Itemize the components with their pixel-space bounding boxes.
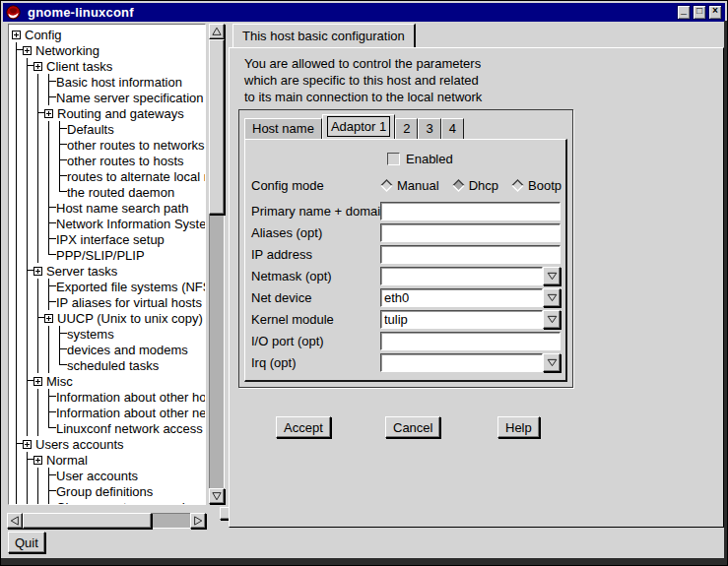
tree-item-exported-file-systems-nfs[interactable]: Exported file systems (NFS) (11, 279, 205, 294)
tree-item-ip-aliases-for-virtual-hosts[interactable]: IP aliases for virtual hosts (11, 294, 205, 310)
tab-host-name[interactable]: Host name (244, 118, 322, 139)
tree-item-label[interactable]: other routes to networks (67, 138, 204, 153)
tree-item-label[interactable]: Networking (35, 43, 99, 58)
tree-item-basic-host-information[interactable]: Basic host information (11, 74, 205, 90)
i-o-port-opt-input[interactable] (380, 332, 561, 350)
net-device-input[interactable] (380, 288, 543, 307)
tree-item-label[interactable]: Defaults (67, 122, 114, 137)
tree-horizontal-scrollbar[interactable] (7, 513, 206, 529)
kernel-module-input[interactable] (380, 310, 543, 329)
tree-item-label[interactable]: systems (67, 327, 114, 342)
tree-item-routes-to-alternate-local-ne[interactable]: routes to alternate local ne (11, 168, 205, 184)
tree-item-label[interactable]: scheduled tasks (67, 358, 159, 373)
tree-item-group-definitions[interactable]: Group definitions (11, 483, 205, 499)
tree-item-label[interactable]: Network Information System (56, 217, 206, 231)
expander-plus-icon[interactable] (23, 46, 32, 55)
tab-3[interactable]: 3 (418, 118, 440, 139)
combo-arrow-button[interactable] (543, 267, 561, 285)
tree-item-systems[interactable]: systems (11, 326, 205, 342)
tree-item-label[interactable]: Information about other host (56, 390, 206, 405)
enabled-checkbox[interactable] (387, 153, 400, 165)
tree-item-label[interactable]: UUCP (Unix to unix copy) (57, 311, 203, 326)
tree-item-linuxconf-network-access[interactable]: Linuxconf network access (11, 420, 205, 436)
tree-item-routing-and-gateways[interactable]: Routing and gateways (11, 105, 205, 121)
tree-item-networking[interactable]: Networking (11, 42, 205, 58)
tree-item-label[interactable]: other routes to hosts (67, 154, 184, 168)
tree-item-ipx-interface-setup[interactable]: IPX interface setup (11, 231, 205, 247)
accept-button[interactable]: Accept (276, 416, 331, 438)
cancel-button[interactable]: Cancel (385, 416, 440, 438)
tree-item-label[interactable]: Users accounts (35, 437, 124, 452)
vscroll-thumb[interactable] (209, 39, 225, 215)
scroll-up-button[interactable] (209, 24, 225, 39)
combo-arrow-button[interactable] (543, 353, 561, 372)
tree-item-scheduled-tasks[interactable]: scheduled tasks (11, 357, 205, 373)
expander-plus-icon[interactable] (33, 62, 42, 71)
combo-arrow-button[interactable] (543, 288, 561, 307)
aliases-opt-input[interactable] (380, 223, 561, 242)
tree-view[interactable]: ConfigNetworkingClient tasksBasic host i… (8, 24, 206, 505)
tree-item-uucp-unix-to-unix-copy[interactable]: UUCP (Unix to unix copy) (11, 310, 205, 326)
quit-button[interactable]: Quit (8, 532, 45, 553)
tree-item-label[interactable]: Group definitions (56, 484, 153, 499)
tree-item-label[interactable]: Exported file systems (NFS) (56, 280, 206, 294)
tree-item-label[interactable]: Name server specification ( (56, 91, 206, 105)
hscroll-thumb[interactable] (23, 513, 152, 529)
tree-item-normal[interactable]: Normal (11, 452, 205, 468)
tree-item-label[interactable]: IPX interface setup (56, 232, 165, 247)
tree-item-label[interactable]: Misc (46, 374, 73, 389)
tab-2[interactable]: 2 (395, 118, 418, 139)
tree-item-label[interactable]: Information about other netw (56, 406, 206, 420)
tree-item-devices-and-modems[interactable]: devices and modems (11, 342, 205, 357)
expander-plus-icon[interactable] (12, 31, 21, 39)
tree-item-label[interactable]: Client tasks (46, 59, 112, 74)
expander-plus-icon[interactable] (33, 456, 42, 465)
scroll-right-button[interactable] (190, 513, 206, 529)
tab-this-host-basic-configuration[interactable]: This host basic configuration (232, 24, 416, 47)
tree-item-information-about-other-netw[interactable]: Information about other netw (11, 405, 205, 420)
expander-plus-icon[interactable] (23, 440, 32, 449)
tree-item-host-name-search-path[interactable]: Host name search path (11, 200, 205, 216)
tree-item-defaults[interactable]: Defaults (11, 121, 205, 137)
tree-item-label[interactable]: User accounts (56, 469, 138, 483)
maximize-button[interactable]: □ (693, 5, 706, 20)
tree-item-label[interactable]: routes to alternate local ne (67, 169, 206, 184)
radio-dhcp[interactable]: Dhcp (452, 178, 498, 193)
scroll-left-button[interactable] (7, 513, 23, 529)
expander-plus-icon[interactable] (44, 109, 53, 118)
tree-item-the-routed-daemon[interactable]: the routed daemon (11, 184, 205, 200)
tree-item-users-accounts[interactable]: Users accounts (11, 436, 205, 452)
tree-item-information-about-other-host[interactable]: Information about other host (11, 389, 205, 405)
tree-item-network-information-system[interactable]: Network Information System (11, 216, 205, 231)
tab-adaptor-1[interactable]: Adaptor 1 (322, 114, 395, 139)
tree-item-label[interactable]: Change root password (56, 500, 185, 506)
tree-item-name-server-specification[interactable]: Name server specification ( (11, 90, 205, 105)
expander-plus-icon[interactable] (33, 267, 42, 276)
tree-item-label[interactable]: IP aliases for virtual hosts (56, 295, 202, 310)
tree-item-label[interactable]: Server tasks (46, 264, 117, 279)
tree-vertical-scrollbar[interactable] (209, 24, 225, 504)
netmask-opt-input[interactable] (380, 267, 543, 285)
primary-name-domain-input[interactable] (380, 202, 561, 220)
tab-4[interactable]: 4 (441, 118, 464, 139)
tree-item-misc[interactable]: Misc (11, 373, 205, 389)
tree-item-server-tasks[interactable]: Server tasks (11, 263, 205, 279)
tree-item-other-routes-to-hosts[interactable]: other routes to hosts (11, 153, 205, 168)
combo-arrow-button[interactable] (543, 310, 561, 329)
tree-item-label[interactable]: PPP/SLIP/PLIP (56, 248, 145, 263)
close-button[interactable]: × (708, 5, 722, 20)
tree-item-other-routes-to-networks[interactable]: other routes to networks (11, 137, 205, 153)
expander-plus-icon[interactable] (33, 377, 42, 386)
tree-item-client-tasks[interactable]: Client tasks (11, 58, 205, 74)
tree-item-label[interactable]: Normal (46, 453, 88, 468)
minimize-button[interactable]: _ (677, 5, 691, 20)
expander-plus-icon[interactable] (44, 314, 53, 323)
tree-item-label[interactable]: Config (25, 28, 62, 42)
help-button[interactable]: Help (497, 416, 540, 438)
radio-bootp[interactable]: Bootp (511, 178, 562, 193)
ip-address-input[interactable] (380, 245, 561, 264)
tree-item-user-accounts[interactable]: User accounts (11, 468, 205, 483)
tree-item-label[interactable]: devices and modems (67, 343, 188, 357)
radio-manual[interactable]: Manual (380, 178, 439, 193)
scroll-down-button[interactable] (209, 488, 225, 504)
